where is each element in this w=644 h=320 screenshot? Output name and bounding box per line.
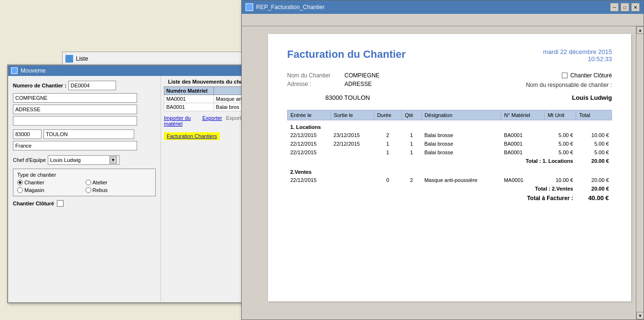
chef-row: Chef d'Equipe Louis Ludwig ▼ [13,155,156,165]
nom-chantier-label: Nom du Chantier [287,72,344,79]
country-input[interactable] [13,141,137,150]
city-display: 83000 TOULON [287,94,370,101]
address-line2-input[interactable] [13,105,137,114]
report-body: Facturation du Chantier mardi 22 décembr… [242,26,644,320]
close-button[interactable]: ✕ [631,3,640,11]
report-main-title-container: Facturation du Chantier [287,48,406,61]
report-window-icon [246,3,253,11]
report-info-right: Chantier Clôturé Nom du responsable de c… [507,72,612,89]
address-fields [13,93,156,128]
radio-rebus[interactable]: Rebus [86,187,152,193]
minimize-button[interactable]: ─ [610,3,619,11]
section2-header: 2.Ventes [288,165,612,176]
radio-rebus-label: Rebus [93,187,108,193]
nom-chantier-row: Nom du Chantier COMPIEGNE [287,72,507,79]
col-entree: Entrée le [288,110,331,120]
form-titlebar: Mouveme [8,65,250,76]
zip-city-row [13,129,156,139]
window-icon-1 [65,55,73,63]
col-mt-unit: Mt Unit [545,110,576,120]
col-total: Total [576,110,612,120]
list-item[interactable]: MA0001Masque an [164,95,247,103]
city-responsable-row: 83000 TOULON Louis Ludwig [287,94,612,104]
cloture-checkbox[interactable] [57,200,64,207]
list-item[interactable]: BA0001Balai bros [164,103,247,111]
numero-input[interactable] [68,81,116,90]
radio-atelier[interactable]: Atelier [86,180,152,185]
form-right-panel: Liste des Mouvements du cha Numéro Matér… [161,76,250,302]
report-cloture-checkbox [562,73,568,78]
type-chantier-title: Type de chantier [17,172,151,178]
adresse-row: Adresse : ADRESSE [287,81,507,87]
section1-total-row: Total : 1. Locations20.00 € [288,157,612,165]
report-window-title: REP_Facturation_Chantier [256,4,324,11]
maximize-button[interactable]: □ [621,3,629,11]
exporter-link[interactable]: Exporter [202,115,222,127]
section2-total-row: Total : 2.Ventes20.00 € [288,184,612,193]
report-table: Entrée le Sortie le Durée Qté Désignatio… [287,110,612,203]
zip-input[interactable] [13,129,42,139]
report-titlebar: REP_Facturation_Chantier ─ □ ✕ [242,0,644,14]
radio-grid: Chantier Atelier Magasin Rebus [17,180,151,193]
section1-header: 1. Locations [288,120,612,131]
table-header-row: Entrée le Sortie le Durée Qté Désignatio… [288,110,612,120]
scroll-track [636,34,644,312]
radio-rebus-circle[interactable] [86,187,91,193]
responsable-name: Louis Ludwig [572,94,612,104]
adresse-value: ADRESSE [344,81,372,87]
form-window: Mouveme Numero de Chantier : [7,64,251,303]
bg-window-label: Liste [76,55,88,62]
report-cloture-row: Chantier Clôturé [507,72,612,79]
radio-atelier-circle[interactable] [86,180,91,185]
type-chantier-box: Type de chantier Chantier Atelier Magasi… [13,169,156,196]
numero-label: Numero de Chantier : [13,83,66,88]
report-time: 10:52:33 [543,55,612,63]
liste-table: Numéro Matériel MA0001Masque anBA0001Bal… [164,86,247,111]
chef-label: Chef d'Equipe [13,157,46,163]
background-window-1: Liste [62,52,244,66]
facturation-chantiers-button[interactable]: Facturation Chantiers [164,132,220,140]
report-toolbar [242,14,644,26]
scroll-down-button[interactable]: ▼ [636,312,644,320]
col-numero: N° Matériel [501,110,545,120]
nom-chantier-value: COMPIEGNE [344,72,379,79]
address-line1-input[interactable] [13,93,137,103]
numero-chantier-row: Numero de Chantier : [13,81,156,90]
liste-title: Liste des Mouvements du cha [164,79,247,85]
radio-chantier[interactable]: Chantier [17,180,84,185]
table-row: 22/12/2015 0 2 Masque anti-poussière MA0… [288,176,612,184]
col-sortie: Sortie le [331,110,374,120]
col-duree: Durée [374,110,402,120]
report-page: Facturation du Chantier mardi 22 décembr… [268,34,631,301]
importer-link[interactable]: Importer du matériel [164,115,198,127]
city-input[interactable] [43,129,134,139]
cloture-row: Chantier Clôturé [13,200,156,207]
facturation-btn-container: Facturation Chantiers [164,129,247,140]
radio-magasin-label: Magasin [24,187,44,193]
adresse-label: Adresse : [287,81,344,87]
form-left-panel: Numero de Chantier : Chef d'Equipe [8,76,161,302]
chef-dropdown-arrow[interactable]: ▼ [109,156,117,164]
table-row: 22/12/2015 1 1 Balai brosse BA0001 5.00 … [288,148,612,157]
liste-col-header: Numéro Matériel [164,87,214,95]
action-links: Importer du matériel Exporter Exported [164,115,247,127]
report-date: mardi 22 décembre 2015 [543,48,612,55]
col-qte: Qté [402,110,422,120]
radio-magasin-circle[interactable] [17,187,23,193]
chef-select[interactable]: Louis Ludwig ▼ [48,155,119,165]
responsable-label: Nom du responsable de chantier : [507,82,612,88]
report-info-left: Nom du Chantier COMPIEGNE Adresse : ADRE… [287,72,507,89]
report-date-time: mardi 22 décembre 2015 10:52:33 [543,48,612,63]
report-titlebar-left: REP_Facturation_Chantier [246,3,324,11]
radio-atelier-label: Atelier [93,180,107,185]
radio-chantier-circle[interactable] [17,180,23,185]
radio-magasin[interactable]: Magasin [17,187,84,193]
table-row: 22/12/2015 22/12/2015 1 1 Balai brosse B… [288,139,612,148]
chef-select-value: Louis Ludwig [50,157,81,163]
title-controls: ─ □ ✕ [610,3,640,11]
scroll-up-button[interactable]: ▲ [636,26,644,34]
scrollbar-right[interactable]: ▲ ▼ [636,26,644,320]
form-window-icon [11,67,18,74]
address-line3-input[interactable] [13,116,137,126]
report-header: Facturation du Chantier mardi 22 décembr… [287,48,612,63]
